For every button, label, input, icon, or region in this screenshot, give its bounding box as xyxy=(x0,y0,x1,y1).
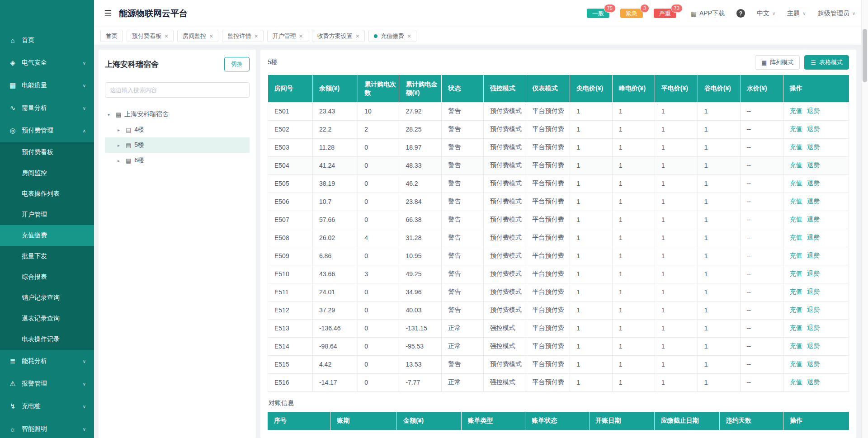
alarm-badge-general[interactable]: 一般75 xyxy=(587,9,609,18)
scrollbar-thumb[interactable] xyxy=(863,29,867,82)
tree-node-floor-6[interactable]: ▸▤6楼 xyxy=(105,153,250,168)
recharge-link[interactable]: 充值 xyxy=(790,306,802,313)
matrix-mode-button[interactable]: ▦阵列模式 xyxy=(755,55,800,70)
cell: 警告 xyxy=(442,211,484,229)
list-icon: ☰ xyxy=(811,59,816,66)
sidebar-item-demand-analysis[interactable]: ∿需量分析∨ xyxy=(0,97,94,119)
refund-link[interactable]: 退费 xyxy=(807,252,820,259)
cell: 1 xyxy=(612,120,655,138)
tab-recharge-payment[interactable]: 充值缴费× xyxy=(368,30,416,42)
column-header: 操作 xyxy=(783,412,849,430)
recharge-link[interactable]: 充值 xyxy=(790,378,802,386)
refund-link[interactable]: 退费 xyxy=(807,270,820,277)
sidebar-subitem-account-management[interactable]: 开户管理 xyxy=(0,204,94,225)
tab-close-icon[interactable]: × xyxy=(407,33,411,39)
refund-link[interactable]: 退费 xyxy=(807,179,820,187)
sidebar-item-power-quality[interactable]: ▦电能质量∨ xyxy=(0,74,94,97)
table-mode-button[interactable]: ☰表格模式 xyxy=(804,55,849,70)
sidebar-item-electrical-safety[interactable]: ◈电气安全∨ xyxy=(0,52,94,74)
refund-link[interactable]: 退费 xyxy=(807,324,820,331)
refund-link[interactable]: 退费 xyxy=(807,360,820,367)
recharge-link[interactable]: 充值 xyxy=(790,143,802,151)
tab-monitoring-detail[interactable]: 监控详情× xyxy=(222,30,263,42)
tree-search-input[interactable] xyxy=(105,82,250,98)
recharge-link[interactable]: 充值 xyxy=(790,360,802,367)
alarm-badge-urgent[interactable]: 紧急3 xyxy=(620,9,643,18)
sidebar-subitem-account-cancel-query[interactable]: 销户记录查询 xyxy=(0,287,94,308)
recharge-link[interactable]: 充值 xyxy=(790,288,802,295)
recharge-link[interactable]: 充值 xyxy=(790,107,802,114)
recharge-link[interactable]: 充值 xyxy=(790,198,802,205)
sidebar-subitem-meter-return-query[interactable]: 退表记录查询 xyxy=(0,308,94,329)
tab-prepaid-dashboard[interactable]: 预付费看板× xyxy=(127,30,174,42)
help-icon[interactable]: ? xyxy=(736,9,745,18)
app-download-link[interactable]: ▦ APP下载 xyxy=(691,9,725,18)
tab-label: 房间监控 xyxy=(183,32,206,40)
app-title: 能源物联网云平台 xyxy=(119,8,188,19)
tree-node-floor-4[interactable]: ▸▤4楼 xyxy=(105,122,250,137)
menu-toggle-icon[interactable]: ☰ xyxy=(104,8,112,19)
recharge-link[interactable]: 充值 xyxy=(790,324,802,331)
recharge-link[interactable]: 充值 xyxy=(790,270,802,277)
sidebar-item-alarm-management[interactable]: ⚠报警管理∨ xyxy=(0,372,94,395)
sidebar-subitem-room-monitoring[interactable]: 房间监控 xyxy=(0,163,94,184)
cell: E508 xyxy=(268,229,313,247)
refund-link[interactable]: 退费 xyxy=(807,378,820,386)
tab-close-icon[interactable]: × xyxy=(165,33,168,39)
sidebar-item-charging-pile[interactable]: ↯充电桩∨ xyxy=(0,395,94,418)
sidebar-item-prepaid-management[interactable]: ◎预付费管理∧ xyxy=(0,119,94,142)
cell: E513 xyxy=(268,319,313,337)
tab-close-icon[interactable]: × xyxy=(209,33,213,39)
alarm-badge-critical[interactable]: 严重73 xyxy=(654,9,676,18)
recharge-link[interactable]: 充值 xyxy=(790,342,802,349)
cell: 43.66 xyxy=(312,265,358,283)
recharge-link[interactable]: 充值 xyxy=(790,234,802,241)
refund-link[interactable]: 退费 xyxy=(807,125,820,132)
tab-fee-plan-settings[interactable]: 收费方案设置× xyxy=(312,30,365,42)
sidebar-item-home[interactable]: ⌂首页 xyxy=(0,29,94,52)
rooms-panel-header: 5楼 ▦阵列模式☰表格模式 xyxy=(268,55,849,70)
tab-room-monitoring[interactable]: 房间监控× xyxy=(177,30,218,42)
sidebar-subitem-prepaid-dashboard[interactable]: 预付费看板 xyxy=(0,142,94,163)
tab-close-icon[interactable]: × xyxy=(299,33,303,39)
recharge-link[interactable]: 充值 xyxy=(790,125,802,132)
tree-node-root[interactable]: ▾ ▤ 上海安科瑞宿舍 xyxy=(105,107,250,122)
sidebar-item-smart-lighting[interactable]: ☼智能照明∨ xyxy=(0,418,94,438)
sidebar-subitem-recharge-payment[interactable]: 充值缴费 xyxy=(0,225,94,246)
recharge-link[interactable]: 充值 xyxy=(790,179,802,187)
sidebar-subitem-batch-dispatch[interactable]: 批量下发 xyxy=(0,246,94,267)
sidebar-subitem-meter-operation-list[interactable]: 电表操作列表 xyxy=(0,184,94,204)
user-menu[interactable]: 超级管理员 ∨ xyxy=(818,9,855,18)
refund-link[interactable]: 退费 xyxy=(807,143,820,151)
recharge-link[interactable]: 充值 xyxy=(790,161,802,169)
refund-link[interactable]: 退费 xyxy=(807,306,820,313)
tab-close-icon[interactable]: × xyxy=(254,33,258,39)
refund-link[interactable]: 退费 xyxy=(807,161,820,169)
recharge-link[interactable]: 充值 xyxy=(790,216,802,223)
tab-close-icon[interactable]: × xyxy=(356,33,359,39)
cell: 1 xyxy=(570,301,613,319)
language-select[interactable]: 中文 ∨ xyxy=(757,9,775,18)
sidebar-subitem-meter-operation-record[interactable]: 电表操作记录 xyxy=(0,329,94,350)
tree-node-floor-5[interactable]: ▸▤5楼 xyxy=(105,137,250,153)
tab-home[interactable]: 首页 xyxy=(100,30,123,42)
tab-account-management[interactable]: 开户管理× xyxy=(267,30,308,42)
refund-link[interactable]: 退费 xyxy=(807,342,820,349)
header-row: 房间号余额(¥)累计购电次数累计购电金额(¥)状态强控模式仪表模式尖电价(¥)峰… xyxy=(268,75,849,102)
cell: 平台预付费 xyxy=(526,211,570,229)
recharge-link[interactable]: 充值 xyxy=(790,252,802,259)
refund-link[interactable]: 退费 xyxy=(807,216,820,223)
refund-link[interactable]: 退费 xyxy=(807,198,820,205)
switch-button[interactable]: 切换 xyxy=(224,57,250,71)
alarm-count-badge: 3 xyxy=(640,4,649,13)
refund-link[interactable]: 退费 xyxy=(807,107,820,114)
cell: 0 xyxy=(358,337,399,355)
sidebar-item-energy-analysis[interactable]: ≣能耗分析∨ xyxy=(0,350,94,372)
theme-select[interactable]: 主题 ∨ xyxy=(787,9,806,18)
cell: 0 xyxy=(358,373,399,391)
cell: 1 xyxy=(570,319,613,337)
refund-link[interactable]: 退费 xyxy=(807,288,820,295)
sidebar-subitem-comprehensive-report[interactable]: 综合报表 xyxy=(0,267,94,287)
page-scrollbar[interactable] xyxy=(861,0,868,438)
refund-link[interactable]: 退费 xyxy=(807,234,820,241)
